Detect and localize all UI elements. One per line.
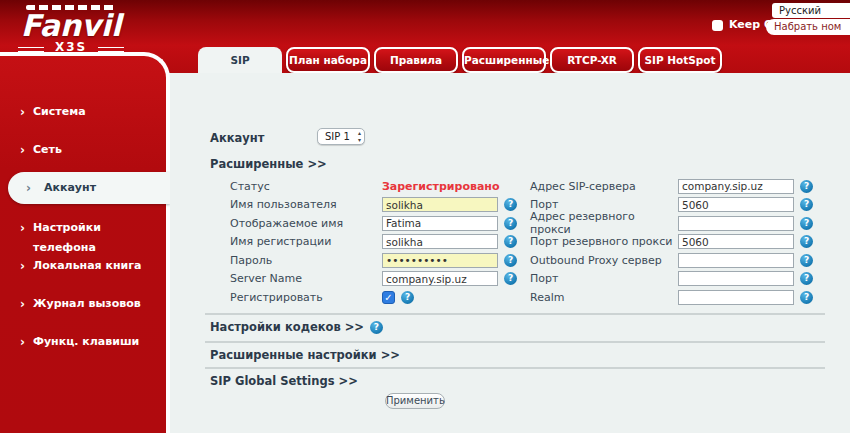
chevron-right-icon: › <box>20 219 25 237</box>
row-password: Пароль ? <box>230 251 530 270</box>
display-name-input[interactable] <box>382 216 498 231</box>
sidebar: › Система › Сеть › Аккаунт › Настройки т… <box>0 52 170 433</box>
row-outbound-proxy: Outbound Proxy сервер ? <box>530 251 830 270</box>
row-status: Статус Зарегистрировано <box>230 177 530 196</box>
account-label: Аккаунт <box>210 131 264 145</box>
chevron-right-icon: › <box>20 141 25 159</box>
sidebar-item-system[interactable]: › Система <box>0 102 166 122</box>
help-icon[interactable]: ? <box>504 254 517 267</box>
row-backup-proxy-address: Адрес резервного прокси ? <box>530 214 830 233</box>
divider <box>205 367 825 369</box>
help-icon[interactable]: ? <box>800 217 813 230</box>
password-input[interactable] <box>382 253 498 268</box>
sidebar-item-function-keys[interactable]: › Функц. клавиши <box>0 332 166 352</box>
sidebar-item-call-log[interactable]: › Журнал вызовов <box>0 294 166 314</box>
chevron-right-icon: › <box>20 333 25 351</box>
row-server-name: Server Name ? <box>230 270 530 289</box>
help-icon[interactable]: ? <box>800 254 813 267</box>
help-icon[interactable]: ? <box>800 180 813 193</box>
section-advanced-settings[interactable]: Расширенные настройки >> <box>210 348 400 362</box>
help-icon[interactable]: ? <box>504 198 517 211</box>
tab-bar: SIP План набора Правила набора Расширенн… <box>198 47 722 74</box>
section-codecs[interactable]: Настройки кодеков >> ? <box>210 320 383 334</box>
row-backup-proxy-port: Порт резервного прокси ? <box>530 233 830 252</box>
row-sip-server-address: Адрес SIP-сервера ? <box>530 177 830 196</box>
language-select[interactable]: Русский <box>772 3 850 18</box>
register-name-input[interactable] <box>382 234 498 249</box>
help-icon[interactable]: ? <box>504 235 517 248</box>
outbound-proxy-input[interactable] <box>678 253 794 268</box>
username-input[interactable] <box>382 197 498 212</box>
tab-sip[interactable]: SIP <box>198 47 282 74</box>
sidebar-item-phone-settings[interactable]: › Настройки телефона <box>0 218 166 238</box>
fanvil-logo[interactable]: Fanvil X3S <box>16 5 126 54</box>
register-checkbox[interactable]: ✓ <box>382 291 395 304</box>
outbound-proxy-port-input[interactable] <box>678 271 794 286</box>
server-name-input[interactable] <box>382 271 498 286</box>
tab-advanced[interactable]: Расширенные <box>462 47 546 73</box>
row-username: Имя пользователя ? <box>230 196 530 215</box>
status-value: Зарегистрировано <box>382 180 499 193</box>
main-content: Аккаунт SIP 1 ▴▾ Расширенные >> Статус З… <box>170 73 850 433</box>
help-icon[interactable]: ? <box>504 217 517 230</box>
select-arrows-icon: ▴▾ <box>358 129 361 143</box>
help-icon[interactable]: ? <box>800 198 813 211</box>
sidebar-item-phonebook[interactable]: › Локальная книга <box>0 256 166 276</box>
help-icon[interactable]: ? <box>370 321 383 334</box>
chevron-right-icon: › <box>26 179 31 197</box>
help-icon[interactable]: ? <box>800 291 813 304</box>
realm-input[interactable] <box>678 290 794 305</box>
help-icon[interactable]: ? <box>800 272 813 285</box>
account-select[interactable]: SIP 1 ▴▾ <box>317 128 365 145</box>
tab-sip-hotspot[interactable]: SIP HotSpot <box>638 47 722 73</box>
sip-server-address-input[interactable] <box>678 179 794 194</box>
row-outbound-proxy-port: Порт ? <box>530 270 830 289</box>
form-column-right: Адрес SIP-сервера ? Порт ? Адрес резервн… <box>530 177 830 307</box>
backup-proxy-address-input[interactable] <box>678 216 794 231</box>
help-icon[interactable]: ? <box>401 291 414 304</box>
chevron-right-icon: › <box>20 257 25 275</box>
tab-dial-plan[interactable]: План набора <box>286 47 370 73</box>
form-column-left: Статус Зарегистрировано Имя пользователя… <box>230 177 530 307</box>
sidebar-item-network[interactable]: › Сеть <box>0 140 166 160</box>
backup-proxy-port-input[interactable] <box>678 234 794 249</box>
dial-number-input[interactable] <box>766 19 850 35</box>
chevron-right-icon: › <box>20 295 25 313</box>
sip-server-port-input[interactable] <box>678 197 794 212</box>
divider <box>205 313 825 315</box>
sidebar-item-account[interactable]: › Аккаунт <box>8 172 170 204</box>
row-display-name: Отображаемое имя ? <box>230 214 530 233</box>
tab-dial-rules[interactable]: Правила набора <box>374 47 458 73</box>
chevron-right-icon: › <box>20 103 25 121</box>
section-basic-settings[interactable]: Расширенные >> <box>210 157 327 171</box>
help-icon[interactable]: ? <box>800 235 813 248</box>
help-icon[interactable]: ? <box>504 272 517 285</box>
apply-button[interactable]: Применить <box>385 393 445 409</box>
keep-online-checkbox[interactable] <box>712 20 723 31</box>
row-register: Регистрировать ✓ ? <box>230 288 530 307</box>
divider <box>205 341 825 343</box>
tab-rtcp-xr[interactable]: RTCP-XR <box>550 47 634 73</box>
row-register-name: Имя регистрации ? <box>230 233 530 252</box>
row-realm: Realm ? <box>530 288 830 307</box>
logo-text: Fanvil <box>16 11 126 41</box>
section-sip-global[interactable]: SIP Global Settings >> <box>210 374 358 388</box>
